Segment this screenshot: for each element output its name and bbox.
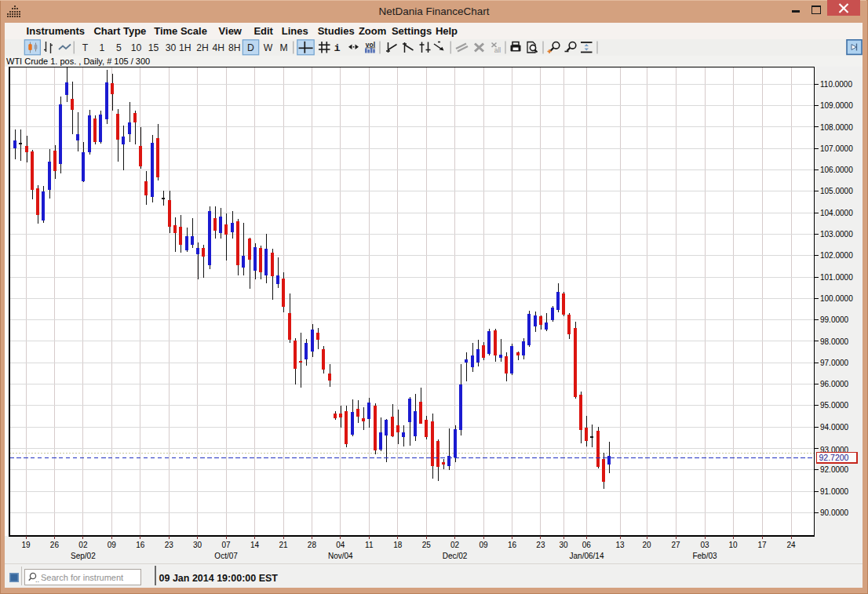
svg-text:108.0000: 108.0000 [820, 123, 853, 132]
svg-text:104.0000: 104.0000 [820, 209, 853, 217]
svg-text:M: M [280, 42, 288, 53]
svg-text:24: 24 [786, 541, 796, 549]
svg-text:D: D [247, 42, 254, 53]
svg-text:18: 18 [393, 541, 403, 549]
svg-text:109.0000: 109.0000 [820, 101, 853, 110]
svg-text:103.0000: 103.0000 [820, 230, 853, 239]
svg-text:102.0000: 102.0000 [820, 251, 853, 260]
svg-text:Oct/07: Oct/07 [214, 552, 238, 560]
svg-text:23: 23 [165, 541, 174, 549]
svg-text:14: 14 [250, 541, 260, 549]
svg-text:97.0000: 97.0000 [820, 359, 849, 367]
svg-text:30: 30 [193, 541, 202, 549]
svg-text:Nov/04: Nov/04 [328, 552, 353, 560]
svg-text:15: 15 [148, 42, 159, 53]
svg-text:23: 23 [536, 541, 545, 549]
svg-text:06: 06 [582, 541, 592, 549]
svg-text:Dec/02: Dec/02 [443, 552, 468, 560]
svg-text:30: 30 [166, 42, 177, 53]
svg-text:25: 25 [422, 541, 432, 549]
svg-text:106.0000: 106.0000 [820, 166, 853, 174]
svg-text:Sep/02: Sep/02 [71, 552, 96, 560]
svg-text:all: all [494, 46, 501, 54]
svg-text:T: T [82, 42, 89, 53]
svg-text:..: .. [35, 576, 39, 584]
svg-text:2H: 2H [196, 42, 209, 53]
svg-text:vol: vol [366, 41, 375, 49]
svg-text:91.0000: 91.0000 [820, 487, 849, 496]
svg-text:94.0000: 94.0000 [820, 423, 849, 432]
svg-text:07: 07 [222, 541, 232, 549]
svg-text:8H: 8H [228, 42, 241, 53]
svg-text:28: 28 [308, 541, 317, 549]
svg-text:100.0000: 100.0000 [820, 294, 853, 303]
svg-text:1H: 1H [179, 42, 191, 53]
svg-text:13: 13 [615, 541, 625, 549]
svg-text:16: 16 [508, 541, 517, 549]
svg-text:16: 16 [136, 541, 145, 549]
svg-text:02: 02 [78, 541, 88, 549]
svg-text:26: 26 [50, 541, 60, 549]
svg-text:03: 03 [700, 541, 709, 549]
svg-text:09: 09 [479, 541, 488, 549]
svg-text:4H: 4H [212, 42, 224, 53]
svg-text:11: 11 [365, 541, 374, 549]
svg-text:110.0000: 110.0000 [820, 80, 852, 89]
svg-text:21: 21 [279, 541, 288, 549]
svg-text:10: 10 [728, 541, 738, 549]
svg-text:09: 09 [108, 541, 117, 549]
svg-text:W: W [264, 42, 273, 53]
svg-text:04: 04 [336, 541, 345, 549]
svg-text:98.0000: 98.0000 [820, 337, 849, 346]
svg-text:i: i [334, 42, 340, 54]
svg-text:95.0000: 95.0000 [820, 401, 849, 410]
svg-text:02: 02 [450, 541, 460, 549]
svg-text:1: 1 [99, 42, 104, 53]
svg-text:90.0000: 90.0000 [820, 508, 849, 517]
svg-text:101.0000: 101.0000 [820, 273, 853, 282]
svg-text:27: 27 [671, 541, 680, 549]
svg-text:20: 20 [642, 541, 651, 549]
svg-text:92.0000: 92.0000 [820, 465, 849, 474]
svg-text:105.0000: 105.0000 [820, 187, 853, 195]
svg-text:17: 17 [757, 541, 767, 549]
svg-text:5: 5 [116, 42, 122, 53]
svg-text:Feb/03: Feb/03 [692, 552, 717, 560]
svg-text:10: 10 [131, 42, 142, 53]
svg-text:30: 30 [559, 541, 568, 549]
svg-text:99.0000: 99.0000 [820, 315, 849, 324]
svg-text:19: 19 [21, 541, 31, 549]
svg-text:Jan/06/14: Jan/06/14 [570, 552, 604, 560]
svg-text:92.7200: 92.7200 [819, 453, 849, 462]
svg-text:107.0000: 107.0000 [820, 144, 853, 153]
svg-text:96.0000: 96.0000 [820, 380, 849, 388]
